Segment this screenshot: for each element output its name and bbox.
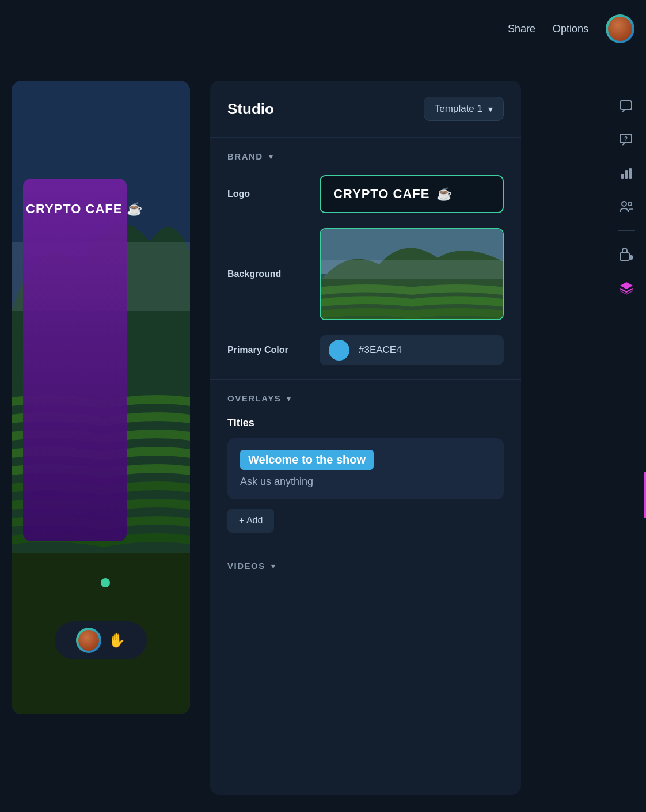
svg-rect-11: [620, 253, 629, 260]
brand-section: BRAND ▾ Logo CRYPTO CAFE ☕ Background: [210, 138, 521, 380]
sidebar-divider: [618, 230, 635, 231]
videos-section-header[interactable]: VIDEOS ▾: [227, 561, 504, 571]
logo-content: CRYPTO CAFE ☕: [320, 175, 504, 213]
svg-rect-3: [620, 101, 632, 109]
topbar: Share Options: [0, 0, 646, 58]
svg-rect-7: [625, 170, 628, 179]
logo-row: Logo CRYPTO CAFE ☕: [227, 175, 504, 213]
sidebar-accent-bar: [644, 472, 646, 518]
svg-point-9: [622, 202, 626, 206]
logo-box[interactable]: CRYPTO CAFE ☕: [320, 175, 504, 213]
preview-avatar: [76, 628, 101, 653]
videos-chevron-icon: ▾: [271, 561, 275, 571]
videos-section-title: VIDEOS: [227, 561, 265, 571]
share-button[interactable]: Share: [508, 23, 535, 35]
overlay-title-highlight: Welcome to the show: [240, 450, 374, 470]
svg-point-10: [628, 202, 632, 206]
cup-icon-logo: ☕: [436, 187, 452, 202]
brand-section-header[interactable]: BRAND ▾: [227, 151, 504, 161]
brand-section-title: BRAND: [227, 151, 263, 161]
preview-bottom-bar: ✋: [55, 621, 147, 659]
svg-rect-6: [621, 174, 624, 179]
preview-logo: CRYPTO CAFE ☕: [26, 202, 142, 217]
primary-color-label: Primary Color: [227, 345, 320, 355]
overlays-chevron-icon: ▾: [287, 394, 291, 403]
overlay-title-sub: Ask us anything: [240, 476, 491, 488]
preview-avatar-face: [78, 630, 99, 651]
sidebar-chat-icon[interactable]: [612, 92, 641, 121]
svg-rect-15: [321, 318, 503, 319]
cup-icon-preview: ☕: [127, 202, 142, 217]
overlays-section-title: OVERLAYS: [227, 393, 281, 403]
template-chevron-icon: ▾: [488, 104, 493, 115]
svg-point-12: [629, 255, 633, 260]
sidebar-layers-icon[interactable]: [612, 274, 641, 302]
color-hex-value: #3EACE4: [359, 344, 402, 356]
hand-raise-icon: ✋: [108, 632, 126, 648]
preview-logo-text: CRYPTO CAFE: [26, 202, 122, 217]
sidebar-chart-icon[interactable]: [612, 159, 641, 188]
studio-panel: Studio Template 1 ▾ BRAND ▾ Logo CRYPTO …: [210, 81, 521, 795]
background-box[interactable]: [320, 228, 504, 320]
background-row: Background: [227, 228, 504, 320]
svg-rect-8: [629, 168, 632, 179]
template-dropdown-text: Template 1: [435, 103, 482, 115]
color-swatch[interactable]: [329, 340, 349, 361]
user-avatar[interactable]: [606, 14, 634, 43]
studio-header: Studio Template 1 ▾: [210, 81, 521, 138]
brand-chevron-icon: ▾: [269, 152, 273, 161]
primary-color-content: #3EACE4: [320, 335, 504, 365]
template-dropdown[interactable]: Template 1 ▾: [424, 97, 504, 121]
background-label: Background: [227, 269, 320, 279]
preview-dot-indicator: [101, 578, 110, 587]
overlays-section-header[interactable]: OVERLAYS ▾: [227, 393, 504, 403]
preview-panel: CRYPTO CAFE ☕ ✋: [12, 81, 190, 714]
right-sidebar: ?: [607, 81, 646, 599]
preview-purple-card: [23, 179, 127, 541]
logo-label: Logo: [227, 189, 320, 199]
options-button[interactable]: Options: [553, 23, 588, 35]
color-picker-trigger[interactable]: #3EACE4: [320, 335, 504, 365]
svg-rect-16: [321, 260, 503, 279]
background-image-svg: [321, 229, 503, 319]
svg-text:?: ?: [624, 136, 628, 142]
titles-label: Titles: [227, 417, 504, 429]
avatar-face: [608, 17, 632, 41]
background-content: [320, 228, 504, 320]
sidebar-question-icon[interactable]: ?: [612, 126, 641, 154]
videos-section: VIDEOS ▾: [210, 547, 521, 585]
add-overlay-button[interactable]: + Add: [227, 509, 274, 533]
logo-box-text: CRYPTO CAFE: [333, 187, 430, 202]
sidebar-people-icon[interactable]: [612, 192, 641, 221]
sidebar-lock-chat-icon[interactable]: [612, 240, 641, 269]
studio-title: Studio: [227, 100, 274, 118]
overlay-input-area[interactable]: Welcome to the show Ask us anything: [227, 438, 504, 499]
overlays-section: OVERLAYS ▾ Titles Welcome to the show As…: [210, 380, 521, 547]
primary-color-row: Primary Color #3EACE4: [227, 335, 504, 365]
